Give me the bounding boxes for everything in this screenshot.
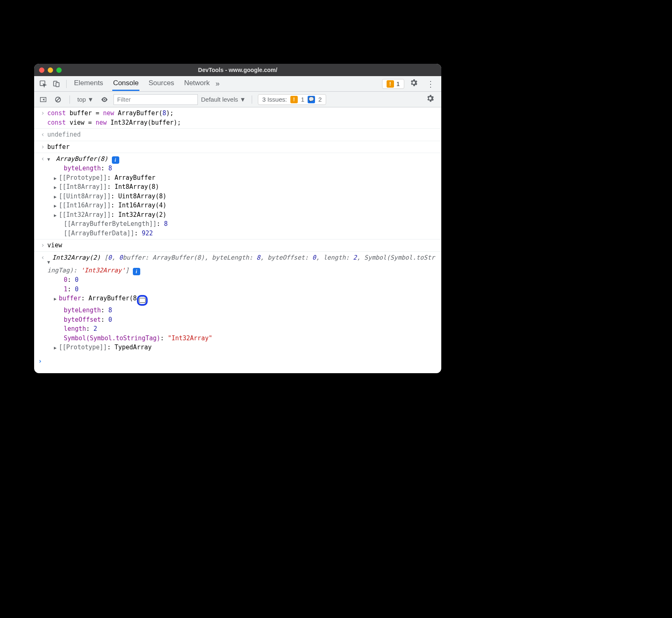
memory-inspector-icon[interactable]: [137, 295, 148, 306]
tree-prop[interactable]: ▶[[Int8Array]]: Int8Array(8): [47, 182, 437, 192]
code-line: buffer: [47, 142, 437, 152]
undefined-result: undefined: [47, 130, 437, 139]
clear-console-icon[interactable]: [52, 94, 64, 105]
context-label: top: [77, 96, 86, 103]
tabs-overflow-icon[interactable]: »: [212, 79, 223, 88]
device-toggle-icon[interactable]: [51, 78, 62, 90]
main-toolbar: Elements Console Sources Network » ! 1 ⋮: [34, 76, 441, 92]
warning-icon: !: [290, 96, 298, 103]
code-line: view: [47, 241, 437, 250]
panel-tabs: Elements Console Sources Network: [73, 77, 211, 91]
console-body: › const buffer = new ArrayBuffer(8); con…: [34, 107, 441, 373]
close-icon[interactable]: [39, 67, 44, 73]
tree-prop: [[ArrayBufferByteLength]]: 8: [47, 219, 437, 229]
info-icon[interactable]: i: [133, 268, 140, 275]
console-input: › const buffer = new ArrayBuffer(8); con…: [34, 107, 441, 129]
console-output: ‹ undefined: [34, 129, 441, 141]
context-selector[interactable]: top ▼: [76, 96, 95, 103]
issues-warn-count: 1: [301, 96, 304, 103]
tree-prop: length: 2: [47, 324, 437, 334]
filter-input[interactable]: Filter: [114, 94, 198, 105]
issues-label: 3 Issues:: [262, 96, 287, 103]
dropdown-icon: ▼: [240, 96, 246, 103]
output-chevron-icon: ‹: [38, 154, 47, 238]
expand-icon[interactable]: ▶: [54, 184, 59, 191]
tree-prop: 1: 0: [47, 285, 437, 294]
expand-icon[interactable]: ▶: [54, 175, 59, 182]
tree-prop[interactable]: ▶[[Prototype]]: TypedArray: [47, 343, 437, 352]
more-icon[interactable]: ⋮: [423, 79, 438, 89]
tab-elements[interactable]: Elements: [73, 77, 104, 91]
object-tree: ▼Int32Array(2) [0, 0buffer: ArrayBuffer(…: [47, 253, 437, 352]
output-chevron-icon: ‹: [38, 130, 47, 139]
tree-prop: Symbol(Symbol.toStringTag): "Int32Array": [47, 334, 437, 343]
tree-prop: [[ArrayBufferData]]: 922: [47, 229, 437, 238]
traffic-lights: [39, 67, 62, 73]
tree-prop[interactable]: ▶[[Prototype]]: ArrayBuffer: [47, 173, 437, 183]
expand-icon[interactable]: ▶: [54, 296, 59, 303]
svg-rect-2: [56, 82, 59, 86]
console-input: › view: [34, 239, 441, 252]
output-chevron-icon: ‹: [38, 253, 47, 352]
console-settings-icon[interactable]: [422, 94, 438, 105]
dropdown-icon: ▼: [88, 96, 94, 103]
inspect-icon[interactable]: [37, 78, 49, 90]
input-chevron-icon: ›: [38, 241, 47, 250]
console-output: ‹ ▼ ArrayBuffer(8) i byteLength: 8 ▶[[Pr…: [34, 153, 441, 239]
console-output: ‹ ▼Int32Array(2) [0, 0buffer: ArrayBuffe…: [34, 252, 441, 353]
info-icon: 💬: [308, 96, 315, 103]
tree-prop: 0: 0: [47, 275, 437, 285]
tree-summary[interactable]: ▼Int32Array(2) [0, 0buffer: ArrayBuffer(…: [47, 253, 437, 276]
divider: [70, 95, 70, 104]
settings-icon[interactable]: [406, 78, 422, 89]
filter-placeholder: Filter: [117, 96, 131, 103]
console-prompt[interactable]: ›: [34, 353, 441, 369]
levels-label: Default levels: [201, 96, 238, 103]
warning-icon: !: [387, 80, 394, 88]
tab-console[interactable]: Console: [112, 77, 139, 91]
collapse-icon[interactable]: ▼: [47, 259, 52, 266]
tree-prop[interactable]: ▶buffer: ArrayBuffer(8: [47, 294, 437, 306]
info-icon[interactable]: i: [112, 156, 119, 164]
input-chevron-icon: ›: [38, 109, 47, 127]
maximize-icon[interactable]: [56, 67, 62, 73]
tree-prop: byteLength: 8: [47, 306, 437, 315]
titlebar: DevTools - www.google.com/: [34, 64, 441, 76]
console-subbar: top ▼ Filter Default levels ▼ 3 Issues: …: [34, 92, 441, 107]
object-tree: ▼ ArrayBuffer(8) i byteLength: 8 ▶[[Prot…: [47, 154, 437, 238]
expand-icon[interactable]: ▶: [54, 203, 59, 210]
object-type: ArrayBuffer(8): [56, 155, 108, 163]
collapse-icon[interactable]: ▼: [47, 156, 52, 163]
sidebar-toggle-icon[interactable]: [37, 94, 49, 105]
tab-sources[interactable]: Sources: [148, 77, 175, 91]
expand-icon[interactable]: ▶: [54, 212, 59, 219]
tree-prop[interactable]: ▶[[Uint8Array]]: Uint8Array(8): [47, 192, 437, 201]
divider: [252, 95, 252, 104]
log-levels-selector[interactable]: Default levels ▼: [201, 96, 246, 103]
tree-summary[interactable]: ▼ ArrayBuffer(8) i: [47, 154, 437, 164]
divider: [66, 80, 67, 88]
expand-icon[interactable]: ▶: [54, 194, 59, 201]
tab-network[interactable]: Network: [183, 77, 211, 91]
tree-prop[interactable]: ▶[[Int16Array]]: Int16Array(4): [47, 201, 437, 210]
expand-icon[interactable]: ▶: [54, 345, 59, 352]
devtools-window: DevTools - www.google.com/ Elements Cons…: [34, 64, 441, 373]
console-input: › buffer: [34, 141, 441, 153]
issues-info-count: 2: [318, 96, 322, 103]
minimize-icon[interactable]: [48, 67, 53, 73]
tree-prop: byteOffset: 0: [47, 315, 437, 325]
code-line: const buffer = new ArrayBuffer(8); const…: [47, 109, 437, 127]
input-chevron-icon: ›: [38, 142, 47, 152]
tree-prop[interactable]: ▶[[Int32Array]]: Int32Array(2): [47, 210, 437, 220]
tree-prop: byteLength: 8: [47, 164, 437, 173]
warnings-badge[interactable]: ! 1: [382, 79, 404, 89]
live-expression-icon[interactable]: [99, 94, 110, 105]
window-title: DevTools - www.google.com/: [34, 67, 441, 73]
issues-button[interactable]: 3 Issues: ! 1 💬 2: [258, 94, 327, 105]
warning-count: 1: [396, 80, 400, 87]
